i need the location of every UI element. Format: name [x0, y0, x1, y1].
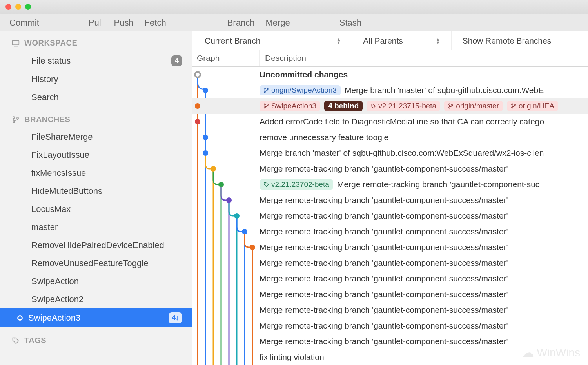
commit-row[interactable]: Merge remote-tracking branch 'gauntlet-c… [192, 318, 588, 334]
sidebar-item-label: SwipeAction3 [28, 313, 80, 323]
commit-row[interactable]: remove unnecessary feature toogle [192, 130, 588, 145]
svg-rect-0 [13, 40, 19, 45]
sidebar-item-locusmax[interactable]: LocusMax [0, 200, 192, 218]
commit-row[interactable]: origin/SwipeAction3Merge branch 'master'… [192, 82, 588, 98]
sidebar-item-filesharemerge[interactable]: FileShareMerge [0, 128, 192, 146]
commit-row[interactable]: Merge branch 'master' of sqbu-github.cis… [192, 145, 588, 161]
menu-commit[interactable]: Commit [9, 18, 39, 28]
count-badge: 4 [171, 55, 182, 66]
sidebar-item-label: SwipeAction [31, 276, 79, 287]
commit-message: Merge remote-tracking branch 'gauntlet-c… [260, 195, 508, 205]
commit-message: fix linting violation [260, 352, 324, 362]
ref-pill[interactable]: v2.21.23702-beta [260, 179, 333, 190]
commit-row[interactable]: Merge remote-tracking branch 'gauntlet-c… [192, 287, 588, 302]
ref-pill[interactable]: origin/SwipeAction3 [260, 85, 341, 95]
commit-row[interactable]: Merge remote-tracking branch 'gauntlet-c… [192, 271, 588, 287]
sidebar-item-swipeaction2[interactable]: SwipeAction2 [0, 290, 192, 308]
sidebar-item-swipeaction3[interactable]: SwipeAction34↓ [0, 308, 192, 327]
commit-message: Merge remote-tracking branch 'gauntlet-c… [260, 337, 508, 346]
commit-row[interactable]: Merge remote-tracking branch 'gauntlet-c… [192, 239, 588, 255]
menu-merge[interactable]: Merge [265, 18, 290, 28]
col-header-graph[interactable]: Graph [192, 50, 260, 66]
sidebar-section-branches: BRANCHES FileShareMergeFixLayoutIssuefix… [0, 108, 192, 329]
ref-pill[interactable]: origin/HEA [507, 101, 558, 111]
svg-point-38 [234, 213, 240, 219]
sidebar-section-workspace: WORKSPACE File status4HistorySearch [0, 31, 192, 108]
svg-point-34 [211, 166, 216, 172]
sidebar-item-fixmericsissue[interactable]: fixMericsIssue [0, 164, 192, 182]
commit-row[interactable]: Merge remote-tracking branch 'gauntlet-c… [192, 255, 588, 271]
menu-fetch[interactable]: Fetch [145, 18, 166, 28]
zoom-icon[interactable] [25, 4, 31, 10]
sidebar-item-swipeaction[interactable]: SwipeAction [0, 272, 192, 290]
svg-point-28 [512, 104, 513, 105]
filter-label: All Parents [363, 36, 403, 46]
commit-row[interactable]: Added errorCode field to DiagnosticMedia… [192, 114, 588, 130]
menu-pull[interactable]: Pull [89, 18, 103, 28]
svg-point-15 [195, 72, 200, 77]
sidebar-item-hidemutedbuttons[interactable]: HideMutedButtons [0, 182, 192, 200]
graph-cell [192, 224, 260, 239]
menu-stash[interactable]: Stash [339, 18, 361, 28]
graph-cell [192, 98, 260, 114]
branch-icon [263, 88, 269, 93]
sidebar-item-label: File status [31, 56, 71, 66]
commit-row[interactable]: Merge remote-tracking branch 'gauntlet-c… [192, 302, 588, 318]
commit-message: Merge remote-tracking branch 'gauntlet-c… [260, 321, 508, 330]
sidebar-item-master[interactable]: master [0, 218, 192, 236]
sidebar-item-removehidepaireddeviceenabled[interactable]: RemoveHidePairedDeviceEnabled [0, 236, 192, 254]
ref-pill[interactable]: origin/master [444, 101, 503, 111]
svg-point-3 [13, 121, 15, 122]
sidebar-item-history[interactable]: History [0, 70, 192, 88]
toolbar: Commit Pull Push Fetch Branch Merge Stas… [0, 14, 588, 31]
filter-current-branch[interactable]: Current Branch ▲▼ [194, 31, 352, 50]
sidebar-item-label: SwipeAction2 [31, 294, 83, 305]
commit-row[interactable]: Merge remote-tracking branch 'gauntlet-c… [192, 224, 588, 239]
commit-row[interactable]: Merge remote-tracking branch 'gauntlet-c… [192, 161, 588, 177]
section-label: BRANCHES [24, 115, 70, 124]
graph-cell [192, 271, 260, 287]
commit-message: Merge branch 'master' of sqbu-github.cis… [260, 148, 544, 158]
graph-cell [192, 287, 260, 302]
commit-row[interactable]: v2.21.23702-betaMerge remote-tracking br… [192, 177, 588, 192]
sidebar-item-label: fixMericsIssue [31, 168, 86, 178]
commit-message: Added errorCode field to DiagnosticMedia… [260, 117, 544, 126]
minimize-icon[interactable] [15, 4, 21, 10]
section-label: WORKSPACE [24, 38, 77, 47]
ref-pill[interactable]: 4 behind [324, 101, 363, 111]
svg-point-16 [203, 88, 208, 93]
close-icon[interactable] [5, 4, 11, 10]
commit-message: Merge remote-tracking branch 'gauntlet-c… [260, 258, 508, 268]
sidebar-item-removeunusedfeaturetoggle[interactable]: RemoveUnusedFeatureToggle [0, 254, 192, 272]
filter-all-parents[interactable]: All Parents ▲▼ [352, 31, 451, 50]
svg-point-35 [218, 182, 224, 187]
sidebar: WORKSPACE File status4HistorySearch BRAN… [0, 31, 192, 365]
commit-row[interactable]: SwipeAction34 behindv2.21.23715-betaorig… [192, 98, 588, 114]
commit-row[interactable]: fix linting violation [192, 349, 588, 365]
branch-icon [448, 103, 454, 109]
commit-row[interactable]: Uncommitted changes [192, 67, 588, 82]
sidebar-item-fixlayoutissue[interactable]: FixLayoutIssue [0, 146, 192, 164]
ref-pill[interactable]: v2.21.23715-beta [367, 101, 440, 111]
col-header-description[interactable]: Description [260, 50, 306, 66]
commit-row[interactable]: Merge remote-tracking branch 'gauntlet-c… [192, 208, 588, 224]
branch-icon [263, 103, 269, 109]
filter-bar: Current Branch ▲▼ All Parents ▲▼ Show Re… [192, 31, 588, 50]
menu-branch[interactable]: Branch [227, 18, 255, 28]
ref-pill[interactable]: SwipeAction3 [260, 101, 320, 111]
sidebar-item-file-status[interactable]: File status4 [0, 51, 192, 70]
svg-point-27 [452, 104, 453, 106]
svg-point-31 [195, 119, 200, 124]
menu-push[interactable]: Push [114, 18, 133, 28]
svg-point-33 [203, 150, 208, 156]
svg-point-2 [13, 117, 15, 118]
graph-cell [192, 130, 260, 145]
commit-row[interactable]: Merge remote-tracking branch 'gauntlet-c… [192, 192, 588, 208]
sidebar-item-label: RemoveUnusedFeatureToggle [31, 258, 148, 268]
branch-icon [511, 103, 516, 109]
filter-show-remote[interactable]: Show Remote Branches [452, 31, 562, 50]
commit-row[interactable]: Merge remote-tracking branch 'gauntlet-c… [192, 334, 588, 349]
sidebar-item-search[interactable]: Search [0, 88, 192, 106]
graph-cell [192, 302, 260, 318]
graph-cell [192, 334, 260, 349]
